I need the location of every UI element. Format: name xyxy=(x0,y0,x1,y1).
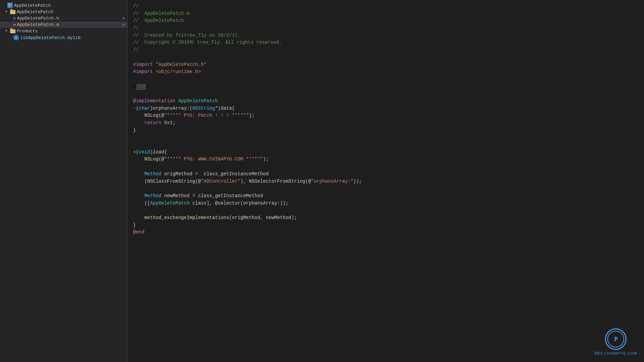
code-line xyxy=(133,185,639,192)
code-line: method_exchangeImplementations(origMetho… xyxy=(133,214,639,222)
watermark: Ᵽ BBS.CHINAPYG.COM xyxy=(595,328,637,355)
code-line xyxy=(133,76,639,83)
code-line: // xyxy=(133,46,639,54)
code-line: ([AppDeletePatch class], @selector(orpha… xyxy=(133,200,639,207)
code-line: Method origMethod = class_getInstanceMet… xyxy=(133,171,639,178)
code-line: -(char)orphansArray:(NSString*)data{ xyxy=(133,105,639,112)
root-label: AppDeletePatch xyxy=(14,3,51,8)
products-chevron xyxy=(5,29,9,33)
products-label: Products xyxy=(17,29,38,34)
code-line: @end xyxy=(133,229,639,236)
group-chevron xyxy=(5,10,9,14)
code-line: // Copyright © 2016年 tree_fly. All right… xyxy=(133,39,639,46)
code-line xyxy=(133,54,639,61)
products-folder-icon xyxy=(10,29,15,33)
code-line: // AppDeletePatch.m xyxy=(133,10,639,17)
code-line: return 0x1; xyxy=(133,119,639,127)
folder-icon xyxy=(10,10,15,14)
sidebar-item-m-file[interactable]: m AppDeletePatch.m M xyxy=(0,22,127,28)
watermark-text: BBS.CHINAPYG.COM xyxy=(595,351,637,355)
watermark-inner: Ᵽ xyxy=(607,331,624,348)
code-line: // xyxy=(133,3,639,10)
group-label: AppDeletePatch xyxy=(17,9,53,14)
app-icon: A xyxy=(7,3,13,8)
m-file-icon: m xyxy=(13,23,16,27)
m-file-label: AppDeletePatch.m xyxy=(17,22,59,27)
code-line: /···/ xyxy=(133,83,639,90)
code-line: } xyxy=(133,222,639,229)
h-file-label: AppDeletePatch.h xyxy=(17,16,59,21)
tree-root-item[interactable]: A AppDeletePatch xyxy=(0,2,127,9)
code-line: // Created by ftitree_fly on 16/2/17. xyxy=(133,32,639,39)
code-line xyxy=(133,207,639,214)
code-line: #import "AppDeletePatch.h" xyxy=(133,61,639,69)
watermark-logo: Ᵽ xyxy=(605,328,627,350)
code-line: +(void)load{ xyxy=(133,149,639,156)
code-line xyxy=(133,163,639,171)
h-file-badge: M xyxy=(120,16,125,21)
code-line: Method newMethod = class_getInstanceMeth… xyxy=(133,192,639,200)
m-file-badge: M xyxy=(120,23,125,27)
code-line xyxy=(133,134,639,141)
code-line: } xyxy=(133,127,639,134)
dylib-icon xyxy=(13,35,19,40)
sidebar-item-dylib[interactable]: libAppDeletePatch.dylib xyxy=(0,34,127,41)
code-editor[interactable]: // // AppDeletePatch.m // AppDeletePatch… xyxy=(128,0,644,362)
sidebar-item-products-group[interactable]: Products xyxy=(0,28,127,34)
file-tree: A AppDeletePatch AppDeletePatch h AppDel… xyxy=(0,0,128,362)
sidebar-item-h-file[interactable]: h AppDeletePatch.h M xyxy=(0,15,127,22)
code-line: #import <objc/runtime.h> xyxy=(133,68,639,76)
code-line: (NSClassFromString(@"ADController"), NSS… xyxy=(133,178,639,185)
dylib-label: libAppDeletePatch.dylib xyxy=(20,35,80,40)
code-line xyxy=(133,90,639,98)
code-line: NSLog(@"***** PYG: Patch ! ! ! *****"); xyxy=(133,112,639,119)
collapse-button[interactable]: ··· xyxy=(136,84,146,90)
h-file-icon: h xyxy=(13,16,16,21)
sidebar-item-app-group[interactable]: AppDeletePatch xyxy=(0,9,127,15)
watermark-symbol: Ᵽ xyxy=(614,336,618,342)
code-line: @implementation AppDeletePatch xyxy=(133,98,639,105)
code-line xyxy=(133,141,639,149)
code-line: NSLog(@"***** PYG: WWW.CHINAPYG.COM ****… xyxy=(133,156,639,163)
code-line: // AppDeletePatch xyxy=(133,17,639,25)
code-line: // xyxy=(133,25,639,32)
